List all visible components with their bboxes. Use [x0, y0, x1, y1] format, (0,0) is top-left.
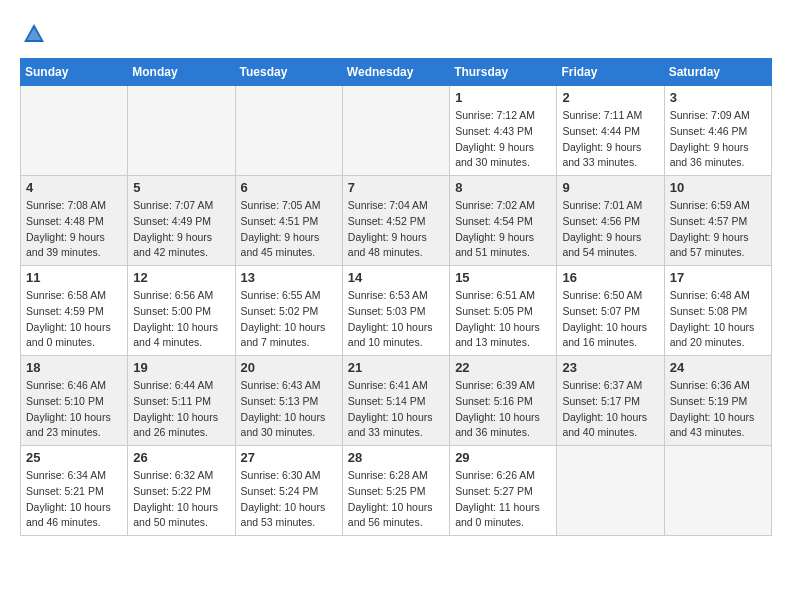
day-number: 10 [670, 180, 766, 195]
day-number: 1 [455, 90, 551, 105]
day-header-sunday: Sunday [21, 59, 128, 86]
day-info: Sunrise: 6:34 AMSunset: 5:21 PMDaylight:… [26, 468, 122, 531]
day-number: 20 [241, 360, 337, 375]
day-info: Sunrise: 6:43 AMSunset: 5:13 PMDaylight:… [241, 378, 337, 441]
day-info: Sunrise: 6:32 AMSunset: 5:22 PMDaylight:… [133, 468, 229, 531]
calendar-cell: 8Sunrise: 7:02 AMSunset: 4:54 PMDaylight… [450, 176, 557, 266]
day-number: 23 [562, 360, 658, 375]
day-header-friday: Friday [557, 59, 664, 86]
day-number: 12 [133, 270, 229, 285]
day-number: 16 [562, 270, 658, 285]
calendar-cell: 5Sunrise: 7:07 AMSunset: 4:49 PMDaylight… [128, 176, 235, 266]
calendar-week-row: 11Sunrise: 6:58 AMSunset: 4:59 PMDayligh… [21, 266, 772, 356]
day-info: Sunrise: 6:36 AMSunset: 5:19 PMDaylight:… [670, 378, 766, 441]
day-info: Sunrise: 7:04 AMSunset: 4:52 PMDaylight:… [348, 198, 444, 261]
calendar-cell: 29Sunrise: 6:26 AMSunset: 5:27 PMDayligh… [450, 446, 557, 536]
calendar-cell: 23Sunrise: 6:37 AMSunset: 5:17 PMDayligh… [557, 356, 664, 446]
day-number: 17 [670, 270, 766, 285]
calendar-cell: 13Sunrise: 6:55 AMSunset: 5:02 PMDayligh… [235, 266, 342, 356]
logo-icon [20, 20, 48, 48]
day-number: 19 [133, 360, 229, 375]
day-number: 24 [670, 360, 766, 375]
day-number: 7 [348, 180, 444, 195]
calendar-cell: 15Sunrise: 6:51 AMSunset: 5:05 PMDayligh… [450, 266, 557, 356]
calendar-cell: 26Sunrise: 6:32 AMSunset: 5:22 PMDayligh… [128, 446, 235, 536]
calendar-cell [557, 446, 664, 536]
day-info: Sunrise: 6:55 AMSunset: 5:02 PMDaylight:… [241, 288, 337, 351]
calendar-cell: 6Sunrise: 7:05 AMSunset: 4:51 PMDaylight… [235, 176, 342, 266]
day-number: 11 [26, 270, 122, 285]
day-info: Sunrise: 7:08 AMSunset: 4:48 PMDaylight:… [26, 198, 122, 261]
calendar-cell: 10Sunrise: 6:59 AMSunset: 4:57 PMDayligh… [664, 176, 771, 266]
day-info: Sunrise: 6:50 AMSunset: 5:07 PMDaylight:… [562, 288, 658, 351]
day-info: Sunrise: 6:58 AMSunset: 4:59 PMDaylight:… [26, 288, 122, 351]
day-number: 26 [133, 450, 229, 465]
calendar-cell: 22Sunrise: 6:39 AMSunset: 5:16 PMDayligh… [450, 356, 557, 446]
calendar-header-row: SundayMondayTuesdayWednesdayThursdayFrid… [21, 59, 772, 86]
day-header-saturday: Saturday [664, 59, 771, 86]
calendar-cell: 2Sunrise: 7:11 AMSunset: 4:44 PMDaylight… [557, 86, 664, 176]
day-info: Sunrise: 6:30 AMSunset: 5:24 PMDaylight:… [241, 468, 337, 531]
calendar-cell: 21Sunrise: 6:41 AMSunset: 5:14 PMDayligh… [342, 356, 449, 446]
calendar: SundayMondayTuesdayWednesdayThursdayFrid… [20, 58, 772, 536]
calendar-cell: 18Sunrise: 6:46 AMSunset: 5:10 PMDayligh… [21, 356, 128, 446]
calendar-cell: 27Sunrise: 6:30 AMSunset: 5:24 PMDayligh… [235, 446, 342, 536]
day-number: 29 [455, 450, 551, 465]
day-number: 22 [455, 360, 551, 375]
calendar-cell: 16Sunrise: 6:50 AMSunset: 5:07 PMDayligh… [557, 266, 664, 356]
day-number: 18 [26, 360, 122, 375]
day-info: Sunrise: 6:39 AMSunset: 5:16 PMDaylight:… [455, 378, 551, 441]
logo [20, 20, 52, 48]
header [20, 20, 772, 48]
day-info: Sunrise: 6:46 AMSunset: 5:10 PMDaylight:… [26, 378, 122, 441]
day-number: 14 [348, 270, 444, 285]
calendar-week-row: 25Sunrise: 6:34 AMSunset: 5:21 PMDayligh… [21, 446, 772, 536]
calendar-cell: 7Sunrise: 7:04 AMSunset: 4:52 PMDaylight… [342, 176, 449, 266]
day-header-wednesday: Wednesday [342, 59, 449, 86]
day-info: Sunrise: 6:51 AMSunset: 5:05 PMDaylight:… [455, 288, 551, 351]
calendar-week-row: 4Sunrise: 7:08 AMSunset: 4:48 PMDaylight… [21, 176, 772, 266]
day-info: Sunrise: 7:07 AMSunset: 4:49 PMDaylight:… [133, 198, 229, 261]
day-header-tuesday: Tuesday [235, 59, 342, 86]
calendar-cell: 9Sunrise: 7:01 AMSunset: 4:56 PMDaylight… [557, 176, 664, 266]
day-header-monday: Monday [128, 59, 235, 86]
day-info: Sunrise: 6:56 AMSunset: 5:00 PMDaylight:… [133, 288, 229, 351]
calendar-cell: 12Sunrise: 6:56 AMSunset: 5:00 PMDayligh… [128, 266, 235, 356]
day-info: Sunrise: 6:41 AMSunset: 5:14 PMDaylight:… [348, 378, 444, 441]
calendar-cell: 11Sunrise: 6:58 AMSunset: 4:59 PMDayligh… [21, 266, 128, 356]
day-number: 25 [26, 450, 122, 465]
day-number: 15 [455, 270, 551, 285]
day-number: 13 [241, 270, 337, 285]
day-info: Sunrise: 6:53 AMSunset: 5:03 PMDaylight:… [348, 288, 444, 351]
calendar-cell: 14Sunrise: 6:53 AMSunset: 5:03 PMDayligh… [342, 266, 449, 356]
day-number: 5 [133, 180, 229, 195]
day-info: Sunrise: 6:28 AMSunset: 5:25 PMDaylight:… [348, 468, 444, 531]
day-number: 21 [348, 360, 444, 375]
calendar-cell: 17Sunrise: 6:48 AMSunset: 5:08 PMDayligh… [664, 266, 771, 356]
calendar-cell: 1Sunrise: 7:12 AMSunset: 4:43 PMDaylight… [450, 86, 557, 176]
calendar-week-row: 1Sunrise: 7:12 AMSunset: 4:43 PMDaylight… [21, 86, 772, 176]
calendar-cell [21, 86, 128, 176]
calendar-cell [128, 86, 235, 176]
day-info: Sunrise: 7:05 AMSunset: 4:51 PMDaylight:… [241, 198, 337, 261]
calendar-cell [235, 86, 342, 176]
day-info: Sunrise: 7:11 AMSunset: 4:44 PMDaylight:… [562, 108, 658, 171]
calendar-cell: 19Sunrise: 6:44 AMSunset: 5:11 PMDayligh… [128, 356, 235, 446]
day-info: Sunrise: 6:48 AMSunset: 5:08 PMDaylight:… [670, 288, 766, 351]
calendar-cell [664, 446, 771, 536]
day-info: Sunrise: 6:59 AMSunset: 4:57 PMDaylight:… [670, 198, 766, 261]
calendar-cell: 20Sunrise: 6:43 AMSunset: 5:13 PMDayligh… [235, 356, 342, 446]
day-number: 2 [562, 90, 658, 105]
day-number: 4 [26, 180, 122, 195]
day-info: Sunrise: 7:09 AMSunset: 4:46 PMDaylight:… [670, 108, 766, 171]
day-info: Sunrise: 7:02 AMSunset: 4:54 PMDaylight:… [455, 198, 551, 261]
day-number: 8 [455, 180, 551, 195]
calendar-cell: 24Sunrise: 6:36 AMSunset: 5:19 PMDayligh… [664, 356, 771, 446]
day-info: Sunrise: 6:37 AMSunset: 5:17 PMDaylight:… [562, 378, 658, 441]
day-info: Sunrise: 7:01 AMSunset: 4:56 PMDaylight:… [562, 198, 658, 261]
day-number: 28 [348, 450, 444, 465]
day-number: 27 [241, 450, 337, 465]
day-info: Sunrise: 7:12 AMSunset: 4:43 PMDaylight:… [455, 108, 551, 171]
day-header-thursday: Thursday [450, 59, 557, 86]
calendar-cell: 3Sunrise: 7:09 AMSunset: 4:46 PMDaylight… [664, 86, 771, 176]
